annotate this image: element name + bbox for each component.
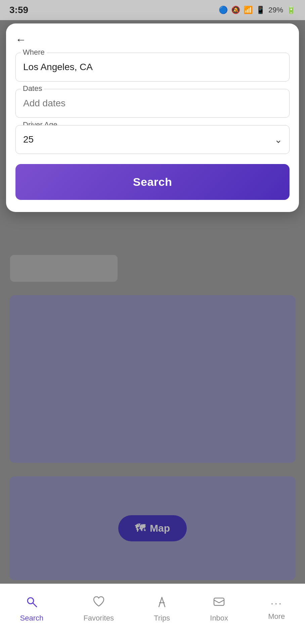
signal-icon: 📱 <box>256 6 265 14</box>
trips-nav-icon <box>156 595 168 611</box>
wifi-icon: 📶 <box>244 6 253 14</box>
driver-age-input[interactable] <box>15 125 290 154</box>
modal-overlay: ← Where Dates Driver Age ⌄ Search <box>0 20 305 644</box>
more-nav-label: More <box>268 612 285 621</box>
search-modal: ← Where Dates Driver Age ⌄ Search <box>6 23 299 212</box>
status-bar: 3:59 🔵 🔕 📶 📱 29% 🔋 <box>0 0 305 20</box>
search-button[interactable]: Search <box>15 164 290 200</box>
battery-label: 29% <box>268 6 283 14</box>
nav-item-search[interactable]: Search <box>20 595 44 623</box>
nav-item-trips[interactable]: Trips <box>154 595 170 623</box>
driver-age-select-wrapper: ⌄ <box>15 125 290 154</box>
dates-field-group: Dates <box>15 89 290 118</box>
where-input[interactable] <box>15 53 290 82</box>
nav-item-favorites[interactable]: Favorites <box>83 595 114 623</box>
where-field-group: Where <box>15 53 290 82</box>
driver-age-field-group: Driver Age ⌄ <box>15 125 290 154</box>
favorites-nav-icon <box>92 595 105 611</box>
svg-rect-5 <box>214 598 224 605</box>
status-icons: 🔵 🔕 📶 📱 29% 🔋 <box>219 6 296 14</box>
favorites-nav-label: Favorites <box>83 614 114 623</box>
back-button[interactable]: ← <box>15 34 26 46</box>
more-nav-icon: ··· <box>270 597 282 609</box>
svg-line-1 <box>33 603 37 607</box>
inbox-nav-label: Inbox <box>210 614 228 623</box>
search-nav-icon <box>25 595 38 611</box>
where-label: Where <box>21 48 47 57</box>
battery-icon: 🔋 <box>287 6 296 14</box>
svg-line-3 <box>162 597 165 607</box>
search-nav-label: Search <box>20 614 44 623</box>
trips-nav-label: Trips <box>154 614 170 623</box>
nav-item-more[interactable]: ··· More <box>268 597 285 621</box>
mute-icon: 🔕 <box>231 6 240 14</box>
back-arrow-icon: ← <box>15 34 26 46</box>
svg-line-2 <box>159 597 162 607</box>
bluetooth-icon: 🔵 <box>219 6 228 14</box>
bottom-nav: Search Favorites Trips Inbox · <box>0 584 305 644</box>
dates-label: Dates <box>21 84 44 93</box>
inbox-nav-icon <box>213 595 225 611</box>
status-time: 3:59 <box>9 5 28 15</box>
nav-item-inbox[interactable]: Inbox <box>210 595 228 623</box>
dates-input[interactable] <box>15 89 290 118</box>
